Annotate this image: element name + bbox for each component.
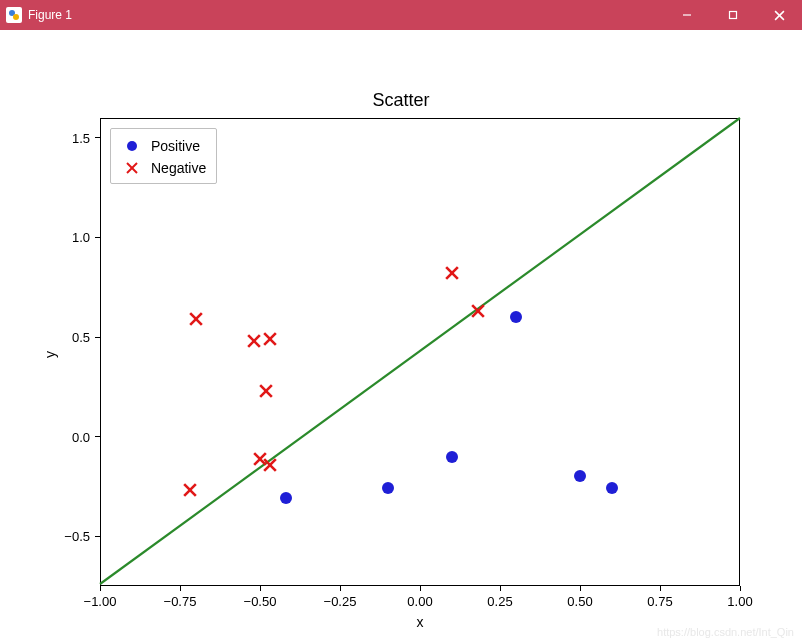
positive-point <box>446 451 458 463</box>
plot-svg <box>0 30 802 642</box>
x-tick-label: 0.50 <box>567 594 592 609</box>
y-tick-label: 1.0 <box>60 230 90 245</box>
y-tick-mark <box>95 337 100 338</box>
maximize-button[interactable] <box>710 0 756 30</box>
close-button[interactable] <box>756 0 802 30</box>
x-tick-label: 0.75 <box>647 594 672 609</box>
positive-point <box>606 482 618 494</box>
x-tick-label: −0.75 <box>164 594 197 609</box>
svg-point-1 <box>13 14 19 20</box>
app-icon <box>6 7 22 23</box>
x-marker-icon <box>119 162 145 174</box>
y-tick-mark <box>95 237 100 238</box>
y-tick-label: −0.5 <box>60 529 90 544</box>
positive-point <box>574 470 586 482</box>
negative-point <box>189 312 203 330</box>
trend-line <box>100 118 740 584</box>
x-tick-label: −1.00 <box>84 594 117 609</box>
positive-point <box>280 492 292 504</box>
y-tick-mark <box>95 137 100 138</box>
x-tick-label: −0.50 <box>244 594 277 609</box>
legend-item-negative: Negative <box>119 157 206 179</box>
negative-point <box>259 384 273 402</box>
y-tick-mark <box>95 536 100 537</box>
y-tick-label: 0.0 <box>60 429 90 444</box>
window-titlebar: Figure 1 <box>0 0 802 30</box>
x-tick-mark <box>660 586 661 591</box>
x-tick-mark <box>340 586 341 591</box>
y-tick-label: 0.5 <box>60 330 90 345</box>
negative-point <box>263 458 277 476</box>
negative-point <box>247 334 261 352</box>
y-axis-label: y <box>42 351 58 358</box>
y-tick-mark <box>95 436 100 437</box>
x-tick-mark <box>420 586 421 591</box>
legend: Positive Negative <box>110 128 217 184</box>
y-tick-label: 1.5 <box>60 130 90 145</box>
positive-point <box>382 482 394 494</box>
x-tick-label: −0.25 <box>324 594 357 609</box>
x-axis-label: x <box>100 614 740 630</box>
x-tick-label: 1.00 <box>727 594 752 609</box>
svg-rect-3 <box>730 12 737 19</box>
minimize-button[interactable] <box>664 0 710 30</box>
legend-item-positive: Positive <box>119 135 206 157</box>
negative-point <box>445 266 459 284</box>
x-tick-mark <box>580 586 581 591</box>
x-tick-mark <box>740 586 741 591</box>
x-tick-label: 0.00 <box>407 594 432 609</box>
legend-label: Positive <box>145 138 200 154</box>
positive-point <box>510 311 522 323</box>
window-title: Figure 1 <box>28 8 72 22</box>
negative-point <box>263 332 277 350</box>
circle-marker-icon <box>119 141 145 151</box>
x-tick-mark <box>100 586 101 591</box>
x-tick-mark <box>180 586 181 591</box>
negative-point <box>183 483 197 501</box>
x-tick-mark <box>500 586 501 591</box>
x-tick-label: 0.25 <box>487 594 512 609</box>
legend-label: Negative <box>145 160 206 176</box>
x-tick-mark <box>260 586 261 591</box>
negative-point <box>471 304 485 322</box>
figure-canvas: Scatter Positive Negative https://blog.c… <box>0 30 802 642</box>
